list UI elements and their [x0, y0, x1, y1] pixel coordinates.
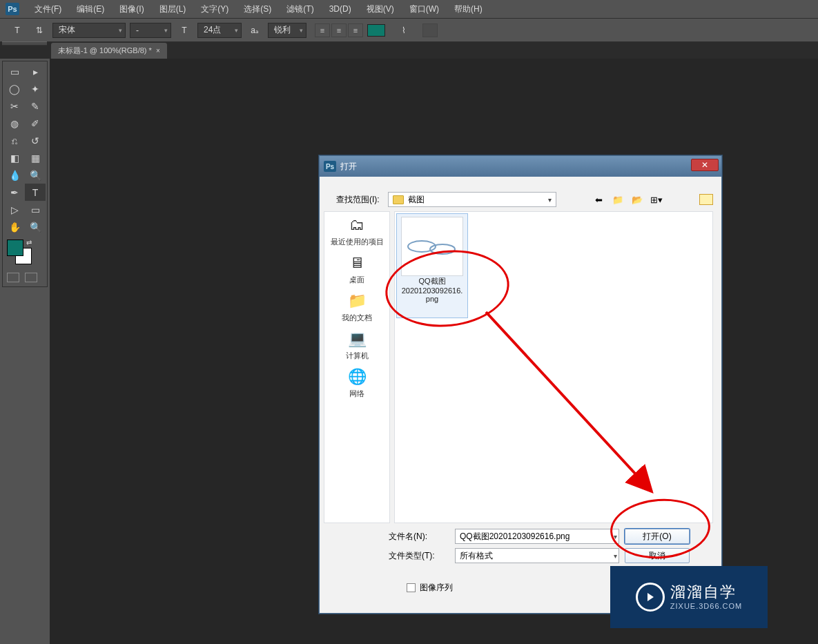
document-tab[interactable]: 未标题-1 @ 100%(RGB/8) * ×: [51, 43, 167, 59]
foreground-color-swatch[interactable]: [7, 240, 23, 256]
align-left-icon[interactable]: ≡: [315, 23, 330, 37]
options-bar: T ⇅ 宋体 - T 24点 aₐ 锐利 ≡ ≡ ≡ ⌇: [0, 19, 818, 42]
document-tab-label: 未标题-1 @ 100%(RGB/8) *: [58, 46, 152, 56]
brush-tool-icon[interactable]: ✐: [25, 115, 46, 132]
place-computer[interactable]: 💻计算机: [344, 329, 369, 361]
chevron-down-icon[interactable]: ▾: [614, 552, 617, 560]
open-button[interactable]: 打开(O): [625, 529, 690, 544]
menu-file[interactable]: 文件(F): [30, 1, 66, 18]
zoom-tool-icon[interactable]: 🔍: [25, 218, 46, 235]
dialog-app-icon: Ps: [324, 161, 336, 172]
blur-tool-icon[interactable]: 💧: [4, 166, 25, 184]
image-sequence-checkbox[interactable]: [407, 583, 416, 592]
filetype-dropdown[interactable]: 所有格式▾: [455, 548, 619, 563]
filetype-row: 文件类型(T): 所有格式▾ 取消: [389, 548, 713, 563]
up-folder-icon[interactable]: 📁: [611, 193, 625, 206]
color-swatches[interactable]: ⇄: [7, 240, 39, 267]
menu-image[interactable]: 图像(I): [115, 1, 148, 18]
magic-wand-icon[interactable]: ✦: [25, 80, 46, 97]
menu-help[interactable]: 帮助(H): [450, 1, 487, 18]
clone-stamp-icon[interactable]: ⎌: [4, 132, 25, 149]
path-select-icon[interactable]: ▷: [4, 201, 25, 218]
marquee-tool-icon[interactable]: ▸: [25, 63, 46, 80]
menu-layer[interactable]: 图层(L): [155, 1, 191, 18]
folder-icon: [393, 195, 404, 204]
file-item[interactable]: QQ截图 20201203092616. png: [396, 213, 468, 318]
image-sequence-row[interactable]: 图像序列: [407, 582, 453, 594]
pen-tool-icon[interactable]: ✒: [4, 184, 25, 201]
place-recent[interactable]: 🗂最近使用的项目: [331, 215, 384, 247]
computer-icon: 💻: [344, 329, 369, 349]
watermark-title: 溜溜自学: [670, 583, 742, 601]
crop-tool-icon[interactable]: ✂: [4, 97, 25, 115]
place-recent-label: 最近使用的项目: [331, 237, 384, 247]
anti-alias-dropdown[interactable]: 锐利: [268, 23, 306, 38]
align-right-icon[interactable]: ≡: [348, 23, 363, 37]
swap-colors-icon[interactable]: ⇄: [26, 239, 32, 246]
dialog-titlebar[interactable]: Ps 打开 ✕: [320, 156, 721, 177]
lookup-label: 查找范围(I):: [336, 194, 380, 206]
file-thumbnail: [401, 217, 463, 276]
place-documents[interactable]: 📁我的文档: [342, 291, 372, 323]
menu-3d[interactable]: 3D(D): [325, 1, 356, 17]
dialog-nav-icons: ⬅ 📁 📂 ⊞▾: [592, 193, 713, 206]
back-icon[interactable]: ⬅: [592, 193, 605, 206]
new-folder-icon[interactable]: 📂: [630, 193, 644, 206]
dialog-close-button[interactable]: ✕: [691, 159, 719, 171]
place-desktop[interactable]: 🖥桌面: [344, 253, 369, 285]
font-style-dropdown[interactable]: -: [130, 23, 171, 38]
orientation-icon[interactable]: ⇅: [30, 22, 48, 39]
menu-edit[interactable]: 编辑(E): [72, 1, 108, 18]
lasso-tool-icon[interactable]: ◯: [4, 80, 25, 97]
type-tool-icon[interactable]: T: [25, 184, 46, 201]
file-name-line1: QQ截图: [418, 276, 445, 286]
toolbox-grip[interactable]: [2, 41, 47, 46]
toolbox: ▭▸ ◯✦ ✂✎ ◍✐ ⎌↺ ◧▦ 💧🔍 ✒T ▷▭ ✋🔍 ⇄: [2, 61, 48, 287]
text-color-swatch[interactable]: [367, 24, 385, 37]
place-network-label: 网络: [349, 389, 364, 399]
filename-value: QQ截图20201203092616.png: [460, 531, 569, 543]
watermark-play-icon: [636, 583, 665, 612]
healing-brush-icon[interactable]: ◍: [4, 115, 25, 132]
dodge-tool-icon[interactable]: 🔍: [25, 166, 46, 184]
gradient-tool-icon[interactable]: ▦: [25, 149, 46, 166]
menu-filter[interactable]: 滤镜(T): [282, 1, 318, 18]
place-network[interactable]: 🌐网络: [344, 367, 369, 399]
image-sequence-label: 图像序列: [420, 582, 453, 594]
hand-tool-icon[interactable]: ✋: [4, 218, 25, 235]
chevron-down-icon[interactable]: ▾: [614, 533, 617, 540]
warp-text-icon[interactable]: ⌇: [395, 22, 413, 39]
font-family-dropdown[interactable]: 宋体: [52, 23, 126, 38]
rectangle-tool-icon[interactable]: ▭: [25, 201, 46, 218]
move-tool-icon[interactable]: ▭: [4, 63, 25, 80]
character-panel-icon[interactable]: [422, 23, 438, 37]
filename-input[interactable]: QQ截图20201203092616.png▾: [455, 529, 619, 544]
desktop-icon: 🖥: [344, 253, 369, 273]
menu-type[interactable]: 文字(Y): [197, 1, 233, 18]
screenmode-icon[interactable]: [25, 273, 37, 282]
lookup-folder-dropdown[interactable]: 截图: [388, 192, 556, 207]
filename-row: 文件名(N): QQ截图20201203092616.png▾ 打开(O): [389, 529, 713, 544]
filetype-label: 文件类型(T):: [389, 550, 449, 562]
align-center-icon[interactable]: ≡: [331, 23, 347, 37]
file-name-line2: 20201203092616.: [402, 286, 463, 295]
filetype-value: 所有格式: [460, 550, 493, 562]
eyedropper-tool-icon[interactable]: ✎: [25, 97, 46, 115]
file-name-line3: png: [426, 295, 438, 303]
history-brush-icon[interactable]: ↺: [25, 132, 46, 149]
pin-icon[interactable]: [699, 194, 713, 205]
font-size-dropdown[interactable]: 24点: [197, 23, 242, 38]
quickmask-icon[interactable]: [7, 273, 19, 282]
tool-preset-icon[interactable]: T: [8, 22, 26, 39]
watermark: 溜溜自学 ZIXUE.3D66.COM: [610, 566, 768, 628]
menu-view[interactable]: 视图(V): [362, 1, 398, 18]
view-menu-icon[interactable]: ⊞▾: [650, 193, 663, 206]
menu-window[interactable]: 窗口(W): [405, 1, 443, 18]
eraser-tool-icon[interactable]: ◧: [4, 149, 25, 166]
close-tab-icon[interactable]: ×: [156, 47, 160, 55]
file-list-area[interactable]: QQ截图 20201203092616. png: [394, 211, 713, 523]
documents-icon: 📁: [344, 291, 369, 311]
menu-select[interactable]: 选择(S): [240, 1, 275, 18]
font-size-icon: T: [175, 22, 193, 39]
cancel-button[interactable]: 取消: [625, 548, 690, 563]
